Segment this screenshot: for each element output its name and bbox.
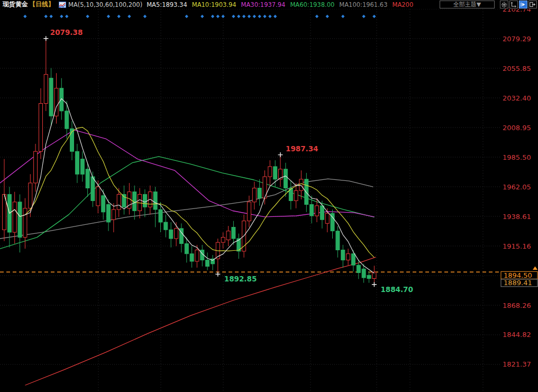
svg-text:1962.05: 1962.05: [503, 183, 531, 191]
svg-text:1892.85: 1892.85: [224, 275, 257, 283]
svg-text:1985.50: 1985.50: [503, 153, 531, 161]
ma-value-5: MA200: [392, 1, 413, 8]
latest-bar-icon[interactable]: [519, 1, 527, 8]
candlestick-chart[interactable]: 2079.381987.341892.851884.702102.742079.…: [0, 0, 538, 392]
instrument-name: 现货黄金: [3, 0, 28, 9]
ma200-line: [25, 257, 376, 385]
candles: [3, 39, 376, 285]
ma5-line: [4, 98, 374, 273]
ma-value-1: MA10:1903.94: [192, 1, 236, 8]
price-tag-1894.50: 1894.50: [501, 271, 537, 279]
trading-chart-window: 2079.381987.341892.851884.702102.742079.…: [0, 0, 538, 392]
svg-text:1821.37: 1821.37: [503, 360, 531, 368]
ma30-line: [0, 130, 374, 217]
svg-text:1844.82: 1844.82: [503, 331, 531, 339]
header-right-group: 全部主题▼: [440, 1, 537, 8]
latest-price-arrow: [533, 267, 537, 270]
svg-text:2079.29: 2079.29: [503, 35, 531, 43]
price-axis: 2102.742079.292055.852032.402008.951985.…: [503, 5, 531, 369]
line-chart-icon: [59, 2, 66, 8]
ma-values: MA5:1893.34MA10:1903.94MA30:1937.94MA60:…: [147, 1, 418, 8]
ma-value-0: MA5:1893.34: [147, 1, 187, 8]
ma-summary: MA(5,10,30,60,100,200): [68, 1, 142, 8]
svg-text:1889.41: 1889.41: [504, 279, 532, 287]
ma-value-3: MA60:1938.00: [290, 1, 334, 8]
svg-text:2008.95: 2008.95: [503, 124, 531, 132]
svg-text:2055.85: 2055.85: [503, 65, 531, 72]
chart-toolbar: [500, 1, 537, 8]
svg-text:1987.34: 1987.34: [286, 144, 318, 153]
svg-text:1868.26: 1868.26: [503, 302, 531, 309]
svg-text:2032.40: 2032.40: [503, 94, 531, 102]
chart-header: 现货黄金 【日线】 MA(5,10,30,60,100,200) MA5:189…: [0, 0, 538, 9]
pan-right-icon[interactable]: [528, 1, 537, 8]
ma10-line: [4, 127, 374, 258]
extreme-annotations: 2079.381987.341892.851884.70: [43, 28, 413, 294]
price-tag-1889.41: 1889.41: [501, 279, 537, 287]
axis-scale-icon[interactable]: [509, 1, 518, 8]
event-markers[interactable]: [23, 15, 376, 18]
ma-value-2: MA30:1937.94: [241, 1, 286, 8]
theme-selector-button[interactable]: 全部主题▼: [440, 1, 495, 8]
svg-text:2079.38: 2079.38: [50, 28, 83, 37]
svg-text:1884.70: 1884.70: [380, 285, 413, 294]
crosshair-icon[interactable]: [500, 1, 508, 8]
ma60-line: [0, 157, 374, 249]
svg-text:1894.50: 1894.50: [504, 271, 532, 279]
svg-text:1915.16: 1915.16: [503, 242, 531, 250]
ma-value-4: MA100:1961.63: [339, 1, 387, 8]
svg-text:1938.61: 1938.61: [503, 213, 531, 221]
period-label: 【日线】: [29, 0, 54, 9]
